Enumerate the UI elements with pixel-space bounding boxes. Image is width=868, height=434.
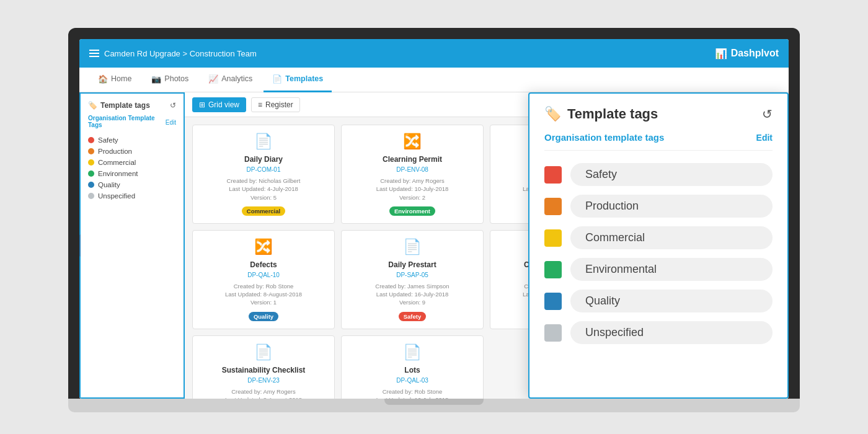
- panel-tag-list: Safety Production Commercial Environment…: [544, 163, 773, 344]
- template-card-icon: 📄: [403, 343, 422, 361]
- template-card-name: Clearning Permit: [383, 155, 442, 164]
- grid-view-btn[interactable]: ⊞ Grid view: [192, 97, 246, 112]
- template-card-tag: Quality: [249, 312, 278, 321]
- panel-tag-production[interactable]: Production: [544, 195, 773, 218]
- tab-home[interactable]: 🏠 Home: [89, 68, 140, 92]
- sidebar-title: 🏷️ Template tags: [88, 101, 150, 110]
- template-card-code: DP-QAL-03: [396, 377, 428, 384]
- template-card-code: DP-ENV-08: [396, 166, 428, 173]
- nav-tabs: 🏠 Home 📷 Photos 📈 Analytics 📄 Templates: [79, 68, 789, 92]
- template-card-code: DP-QAL-10: [247, 272, 280, 278]
- sidebar-edit-link[interactable]: Edit: [166, 119, 176, 126]
- logo-icon: 📊: [715, 48, 727, 60]
- laptop-base: [68, 399, 800, 412]
- photos-icon: 📷: [151, 74, 161, 84]
- panel-pill-quality: Quality: [570, 290, 773, 312]
- tag-dot-quality: [88, 182, 94, 188]
- template-card[interactable]: 📄 Sustainability Checklist DP-ENV-23 Cre…: [192, 335, 335, 399]
- sidebar-reset-btn[interactable]: ↺: [170, 101, 176, 110]
- sidebar-tag-environment[interactable]: Environment: [88, 168, 176, 179]
- panel-tag-icon: 🏷️: [544, 106, 561, 122]
- panel-tag-unspecified[interactable]: Unspecified: [544, 321, 773, 344]
- template-card-code: DP-ENV-23: [247, 377, 280, 384]
- tag-dot-safety: [88, 137, 94, 143]
- grid-icon: ⊞: [199, 100, 205, 109]
- template-card-name: Daily Diary: [244, 155, 283, 164]
- template-card-name: Sustainability Checklist: [222, 366, 306, 374]
- template-card-meta: Created by: Nicholas GilbertLast Updated…: [227, 177, 301, 202]
- sidebar-tag-quality-label: Quality: [98, 181, 120, 188]
- template-tags-panel: 🏷️ Template tags ↺ Organisation template…: [528, 92, 789, 399]
- panel-tag-quality[interactable]: Quality: [544, 290, 773, 312]
- template-card[interactable]: 📄 Lots DP-QAL-03 Created by: Rob StoneLa…: [341, 335, 484, 399]
- panel-header: 🏷️ Template tags ↺: [544, 106, 773, 122]
- logo-text: Dashplvot: [731, 48, 779, 59]
- template-card[interactable]: 🔀 Clearning Permit DP-ENV-08 Created by:…: [341, 125, 484, 224]
- template-card-name: Daily Prestart: [388, 260, 436, 269]
- screen-bezel: Camden Rd Upgrade > Construction Team 📊 …: [68, 28, 800, 399]
- panel-edit-btn[interactable]: Edit: [756, 133, 773, 143]
- panel-swatch-unspecified: [544, 324, 562, 342]
- sidebar: 🏷️ Template tags ↺ Organisation Template…: [79, 92, 185, 399]
- tab-templates-label: Templates: [285, 74, 323, 83]
- sidebar-tag-unspecified[interactable]: Unspecified: [88, 190, 176, 202]
- template-card-name: Defects: [250, 260, 277, 269]
- template-card-meta: Created by: Amy RogersLast Updated: 8-Au…: [225, 388, 302, 399]
- sidebar-tag-production[interactable]: Production: [88, 146, 176, 157]
- sidebar-tag-commercial-label: Commercial: [98, 159, 136, 166]
- app-header: Camden Rd Upgrade > Construction Team 📊 …: [79, 39, 789, 68]
- panel-pill-safety: Safety: [570, 163, 773, 186]
- template-card[interactable]: 🔀 Defects DP-QAL-10 Created by: Rob Ston…: [192, 230, 335, 329]
- sidebar-tag-safety[interactable]: Safety: [88, 135, 176, 146]
- template-card-icon: 📄: [254, 343, 273, 361]
- template-card-meta: Created by: James SimpsonLast Updated: 1…: [375, 282, 449, 307]
- template-card-tag: Commercial: [242, 206, 285, 216]
- sidebar-org-row: Organisation Template Tags Edit: [88, 115, 176, 130]
- template-card-icon: 🔀: [403, 133, 422, 150]
- template-card-meta: Created by: Rob StoneLast Updated: 16-Ju…: [376, 388, 449, 399]
- template-card[interactable]: 📄 Daily Diary DP-COM-01 Created by: Nich…: [192, 125, 335, 224]
- panel-swatch-environmental: [544, 261, 562, 278]
- template-card-code: DP-COM-01: [246, 166, 280, 173]
- sidebar-tag-unspecified-label: Unspecified: [98, 192, 135, 200]
- panel-title-row: 🏷️ Template tags: [544, 106, 658, 122]
- template-card-tag: Safety: [399, 312, 427, 321]
- panel-tag-environmental[interactable]: Environmental: [544, 258, 773, 281]
- template-card-meta: Created by: Rob StoneLast Updated: 8-Aug…: [225, 282, 302, 307]
- sidebar-tag-environment-label: Environment: [98, 170, 138, 177]
- template-card[interactable]: 📄 Daily Prestart DP-SAP-05 Created by: J…: [341, 230, 484, 329]
- list-icon: ≡: [258, 100, 262, 109]
- hamburger-icon[interactable]: [89, 50, 99, 57]
- main-layout: 🏷️ Template tags ↺ Organisation Template…: [79, 92, 789, 399]
- tab-analytics[interactable]: 📈 Analytics: [200, 68, 261, 92]
- laptop-shell: Camden Rd Upgrade > Construction Team 📊 …: [68, 28, 800, 412]
- panel-pill-production: Production: [570, 195, 773, 218]
- sidebar-tag-quality[interactable]: Quality: [88, 179, 176, 190]
- tag-dot-commercial: [88, 159, 94, 166]
- panel-org-label: Organisation template tags: [544, 132, 664, 143]
- panel-reset-btn[interactable]: ↺: [762, 107, 773, 122]
- panel-tag-commercial[interactable]: Commercial: [544, 226, 773, 249]
- template-card-icon: 🔀: [254, 238, 273, 255]
- register-btn[interactable]: ≡ Register: [251, 97, 300, 112]
- panel-tag-safety[interactable]: Safety: [544, 163, 773, 186]
- panel-swatch-commercial: [544, 229, 562, 247]
- tab-photos[interactable]: 📷 Photos: [143, 68, 197, 92]
- analytics-icon: 📈: [208, 74, 218, 84]
- panel-pill-environmental: Environmental: [570, 258, 773, 281]
- sidebar-tag-safety-label: Safety: [98, 136, 118, 144]
- panel-swatch-quality: [544, 293, 562, 310]
- breadcrumb: Camden Rd Upgrade > Construction Team: [104, 49, 257, 58]
- tab-home-label: Home: [111, 74, 131, 83]
- tab-templates[interactable]: 📄 Templates: [264, 68, 332, 92]
- app-logo: 📊 Dashplvot: [715, 48, 779, 60]
- template-card-meta: Created by: Amy RogersLast Updated: 10-J…: [376, 177, 449, 202]
- template-card-code: DP-SAP-05: [396, 272, 428, 278]
- home-icon: 🏠: [98, 74, 108, 84]
- panel-org-row: Organisation template tags Edit: [544, 132, 773, 151]
- arrow-indicator: [79, 234, 81, 257]
- sidebar-header: 🏷️ Template tags ↺: [88, 101, 176, 110]
- sidebar-tag-commercial[interactable]: Commercial: [88, 157, 176, 168]
- template-card-icon: 📄: [403, 238, 422, 255]
- tag-dot-environment: [88, 170, 94, 177]
